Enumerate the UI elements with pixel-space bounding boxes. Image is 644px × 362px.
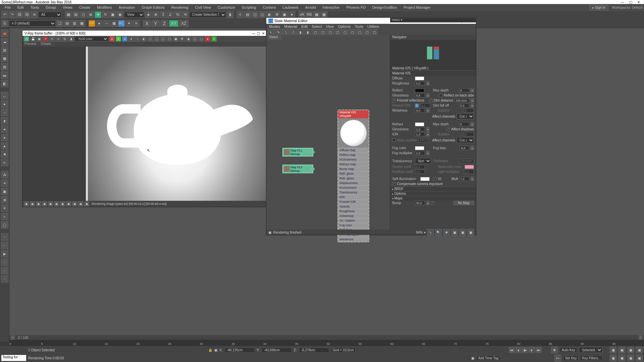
vfb-a2-icon[interactable]: ● — [128, 36, 134, 42]
filter-select[interactable]: All — [38, 12, 62, 18]
small5-icon[interactable]: ▫ — [1, 275, 8, 283]
rollout-brdf[interactable]: BRDF — [390, 186, 476, 191]
menu-tools[interactable]: Tools — [27, 5, 43, 10]
material-node-header[interactable]: Material #25VRayMtl — [338, 110, 369, 118]
slot-roughness[interactable]: Roughness — [338, 209, 369, 214]
material-editor-icon[interactable]: ◐ — [266, 11, 273, 18]
rollout-options[interactable]: Options — [390, 191, 476, 196]
axis-xy-icon[interactable]: XY — [169, 20, 178, 27]
vfb-sb6-icon[interactable]: ▣ — [54, 201, 59, 206]
sme-zoom2-icon[interactable]: 🔍 — [435, 229, 442, 236]
align-icon[interactable]: ≡ — [237, 11, 244, 18]
add-time-tag[interactable]: Add Time Tag — [476, 356, 500, 361]
refract-swatch[interactable] — [415, 122, 424, 126]
axis-y-icon[interactable]: Y — [152, 20, 160, 27]
sme-menu-view[interactable]: View — [326, 24, 334, 28]
vfb-r-icon[interactable]: ● — [109, 36, 115, 42]
menu-grapheditors[interactable]: Graph Editors — [139, 5, 168, 10]
menu-designtoolbox[interactable]: DesignToolBox — [369, 5, 400, 10]
affect-shadows-check[interactable] — [446, 128, 450, 131]
fog-swatch[interactable] — [415, 146, 424, 150]
autokey-button[interactable]: Auto Key — [560, 348, 577, 353]
small3-icon[interactable]: ▫ — [1, 258, 8, 266]
arc-icon[interactable]: ◡ — [1, 92, 8, 99]
maxscript-listener[interactable]: Testing for : — [1, 355, 26, 361]
reflect-swatch[interactable] — [415, 88, 424, 93]
sme-menu-material[interactable]: Material — [284, 24, 297, 28]
render-frame-icon[interactable]: ▣ — [281, 11, 288, 18]
hair-icon[interactable]: ≈ — [1, 213, 8, 220]
vfb-sb2-icon[interactable]: ▣ — [30, 201, 35, 206]
select-object-icon[interactable]: ▦ — [65, 11, 72, 18]
scale-icon[interactable]: ▣ — [109, 11, 116, 18]
roughness-spin-btn[interactable]: ▴ — [426, 81, 430, 85]
map13-output-socket[interactable] — [311, 167, 315, 171]
slot-metalness[interactable]: Metalness — [338, 237, 369, 242]
wand-icon[interactable]: ✦ — [125, 20, 132, 27]
slot-environment[interactable]: Environment — [338, 185, 369, 190]
backside-check[interactable] — [439, 94, 442, 97]
link-icon[interactable]: ⛓ — [16, 11, 23, 18]
slot-anrotation[interactable]: An. rotation — [338, 218, 369, 223]
measure-icon[interactable]: ↔ — [103, 20, 110, 27]
menu-rendering[interactable]: Rendering — [168, 5, 192, 10]
sphere1-icon[interactable]: ● — [1, 100, 8, 108]
diffuse-swatch[interactable] — [415, 76, 424, 80]
named-sel-set[interactable]: Create Selection Se — [189, 12, 226, 18]
play-icon[interactable]: ▶ — [522, 347, 528, 353]
key-mode-select[interactable]: Selected — [579, 347, 602, 353]
sme-t7-icon[interactable]: ▢ — [371, 29, 378, 36]
flower-icon[interactable]: ❀ — [1, 196, 8, 203]
sme-layoutc-icon[interactable]: ▢ — [349, 29, 356, 36]
refcoord-select[interactable]: View — [124, 12, 144, 18]
slot-diffuse[interactable]: Diffuse map — [338, 148, 369, 153]
percent-snap-icon[interactable]: % — [174, 11, 181, 18]
vfb-sb11-icon[interactable]: ▣ — [84, 201, 89, 206]
cloud-icon[interactable]: ☁ — [1, 38, 8, 45]
sme-pencil-icon[interactable]: ✎ — [275, 29, 282, 36]
vfb-f4-icon[interactable]: ▢ — [167, 36, 172, 42]
slot-fresnelior[interactable]: Fresnel IOR — [338, 199, 369, 204]
pivot-icon[interactable]: ◈ — [145, 11, 152, 18]
slot-fogcolor[interactable]: Fog color — [338, 223, 369, 228]
small4-icon[interactable]: ▫ — [1, 267, 8, 274]
nav8-icon[interactable]: ▣ — [636, 355, 643, 361]
list-icon[interactable]: ≡ — [133, 20, 140, 27]
sme-t6-icon[interactable]: ▢ — [364, 29, 370, 36]
vfb-sb8-icon[interactable]: ▣ — [66, 201, 71, 206]
select-name-icon[interactable]: ▤ — [72, 11, 79, 18]
bind-icon[interactable]: ≋ — [31, 11, 38, 18]
vfb-channel-select[interactable]: RGB color — [75, 37, 108, 41]
nav2-icon[interactable]: ▣ — [619, 347, 625, 353]
menu-laubwerk[interactable]: Laubwerk — [279, 5, 302, 10]
manipulate-icon[interactable]: ⊕ — [152, 11, 159, 18]
abbe-check[interactable] — [392, 138, 395, 142]
particles-icon[interactable]: ⁂ — [1, 171, 8, 178]
translucency-select[interactable]: None — [415, 158, 431, 164]
bump-map-button[interactable]: No Map — [453, 201, 474, 205]
gi-check[interactable] — [433, 177, 436, 181]
sme-zoom3-icon[interactable]: ✥ — [443, 229, 450, 236]
slot-reflgloss[interactable]: Refl. gloss. — [338, 171, 369, 176]
layer-select[interactable]: ≡ 0 (default) — [9, 20, 56, 26]
spinner-snap-icon[interactable]: ⟲ — [182, 11, 189, 18]
schematic-icon[interactable]: ◫ — [259, 11, 266, 18]
small1-icon[interactable]: ▫ — [1, 233, 8, 241]
sme-t1-icon[interactable]: ▢ — [312, 29, 319, 36]
rc-icon[interactable]: RC — [118, 20, 125, 27]
nav1-icon[interactable]: ▣ — [610, 347, 616, 353]
sme-layout-icon[interactable]: ▢ — [341, 29, 348, 36]
menu-customize[interactable]: Customize — [214, 5, 238, 10]
sme-view-select[interactable]: View1 ▾ — [390, 18, 476, 22]
keyfilters-button[interactable]: Key Filters... — [580, 356, 602, 361]
tree-icon[interactable]: ♠ — [96, 20, 103, 27]
play-left-icon[interactable]: ▶ — [1, 250, 8, 257]
vfb-b2-icon[interactable]: ● — [122, 36, 127, 42]
time-ruler[interactable]: 0510152025303540455055606570758085909510… — [9, 340, 644, 346]
sme-zoom5-icon[interactable]: ▣ — [459, 229, 466, 236]
sme-assign-icon[interactable]: ⤴ — [290, 29, 297, 36]
material-node[interactable]: Material #25VRayMtl Diffuse map Reflect … — [337, 110, 369, 242]
vfb-folder-icon[interactable]: ▣ — [37, 36, 42, 42]
render-icon[interactable]: ● — [288, 11, 295, 18]
vfb-a-icon[interactable]: A — [56, 36, 61, 42]
